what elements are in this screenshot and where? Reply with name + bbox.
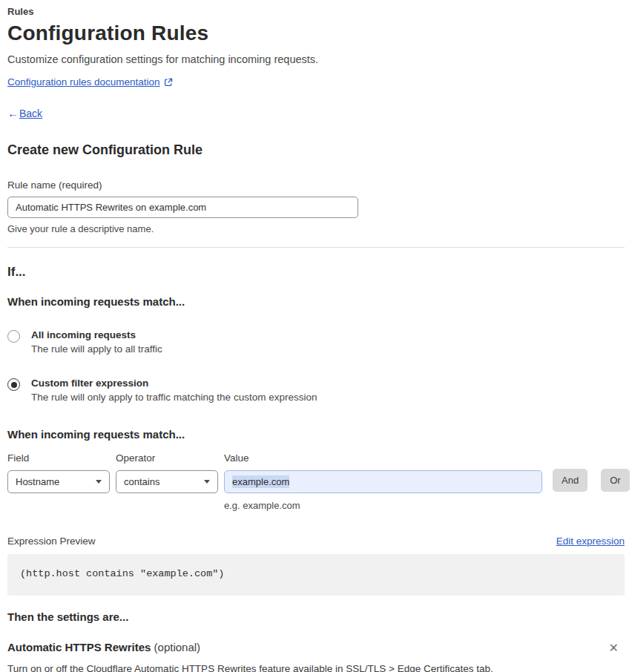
external-link-icon bbox=[164, 78, 173, 87]
operator-select-value: contains bbox=[124, 476, 159, 487]
back-arrow-icon: ← bbox=[7, 107, 19, 119]
chevron-down-icon bbox=[96, 480, 102, 484]
back-link[interactable]: ← Back bbox=[7, 107, 625, 119]
documentation-link[interactable]: Configuration rules documentation bbox=[7, 76, 160, 88]
radio-label: Custom filter expression bbox=[31, 378, 317, 389]
match-type-heading: When incoming requests match... bbox=[7, 295, 625, 308]
radio-label: All incoming requests bbox=[31, 329, 162, 340]
value-help-text: e.g. example.com bbox=[224, 500, 542, 511]
value-label: Value bbox=[224, 452, 542, 464]
field-label: Field bbox=[7, 452, 110, 464]
value-input-text: example.com bbox=[232, 475, 289, 488]
setting-name: Automatic HTTPS Rewrites (optional) bbox=[7, 641, 200, 653]
radio-button-icon[interactable] bbox=[7, 378, 20, 391]
documentation-link-row: Configuration rules documentation bbox=[7, 76, 625, 88]
or-button[interactable]: Or bbox=[601, 469, 629, 492]
rule-name-label: Rule name (required) bbox=[7, 179, 625, 191]
back-link-label: Back bbox=[19, 108, 42, 119]
page-title: Configuration Rules bbox=[7, 22, 625, 45]
radio-button-icon[interactable] bbox=[7, 330, 20, 343]
expression-builder-row: Field Hostname Operator contains Value e… bbox=[7, 452, 625, 511]
rule-name-help: Give your rule a descriptive name. bbox=[7, 223, 625, 234]
field-select[interactable]: Hostname bbox=[7, 470, 110, 493]
if-section-title: If... bbox=[7, 265, 625, 280]
radio-description: The rule will only apply to traffic matc… bbox=[31, 392, 317, 403]
close-icon[interactable]: ✕ bbox=[609, 642, 619, 654]
chevron-down-icon bbox=[204, 480, 210, 484]
field-select-value: Hostname bbox=[16, 476, 59, 487]
value-column: Value example.com e.g. example.com bbox=[224, 452, 542, 511]
section-divider bbox=[7, 247, 625, 248]
page-subtitle: Customize configuration settings for mat… bbox=[7, 53, 625, 65]
setting-name-bold: Automatic HTTPS Rewrites bbox=[7, 641, 151, 653]
operator-column: Operator contains bbox=[116, 452, 218, 493]
operator-select[interactable]: contains bbox=[116, 470, 218, 493]
radio-option-custom-expression[interactable]: Custom filter expression The rule will o… bbox=[7, 378, 625, 403]
expression-builder-heading: When incoming requests match... bbox=[7, 428, 625, 441]
value-input[interactable]: example.com bbox=[224, 470, 542, 493]
rule-name-input[interactable] bbox=[7, 197, 358, 218]
operator-label: Operator bbox=[116, 452, 218, 464]
breadcrumb: Rules bbox=[7, 6, 625, 17]
setting-optional-label: (optional) bbox=[154, 641, 201, 653]
radio-description: The rule will apply to all traffic bbox=[31, 343, 162, 355]
field-column: Field Hostname bbox=[7, 452, 110, 493]
then-settings-title: Then the settings are... bbox=[7, 610, 625, 623]
create-rule-title: Create new Configuration Rule bbox=[7, 142, 625, 158]
edit-expression-link[interactable]: Edit expression bbox=[556, 536, 625, 547]
setting-header: Automatic HTTPS Rewrites (optional) ✕ bbox=[7, 641, 625, 654]
expression-preview-row: Expression Preview Edit expression bbox=[7, 536, 625, 547]
expression-preview-label: Expression Preview bbox=[7, 536, 96, 547]
radio-option-all-requests[interactable]: All incoming requests The rule will appl… bbox=[7, 329, 625, 355]
setting-description: Turn on or off the Cloudflare Automatic … bbox=[7, 663, 625, 672]
expression-preview-code: (http.host contains "example.com") bbox=[7, 554, 625, 596]
and-button[interactable]: And bbox=[553, 469, 587, 492]
